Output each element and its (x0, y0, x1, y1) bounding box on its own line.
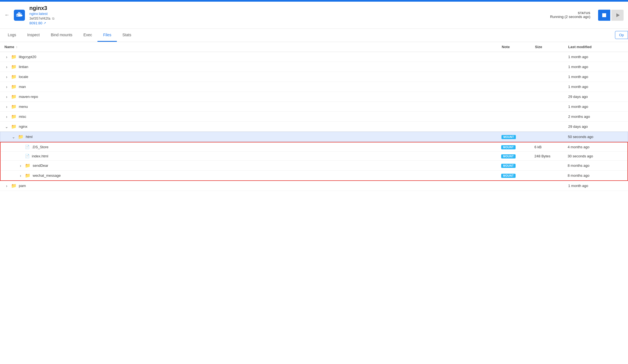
folder-icon: 📁 (11, 64, 17, 69)
table-row[interactable]: 📄 index.html MOUNT 248 Bytes 30 seconds … (1, 152, 627, 161)
mount-badge: MOUNT (501, 174, 516, 178)
note-cell: MOUNT (501, 163, 534, 168)
file-name: libgcrypt20 (19, 55, 36, 59)
app-icon (14, 10, 25, 21)
folder-icon: 📁 (11, 54, 17, 59)
note-cell: MOUNT (501, 173, 534, 178)
last-modified-cell: 29 days ago (568, 124, 624, 129)
file-name-cell: › 📁 pam (4, 183, 502, 188)
last-modified-cell: 1 month ago (568, 85, 624, 89)
expand-icon[interactable]: › (4, 184, 9, 188)
expand-icon[interactable]: › (4, 85, 9, 89)
expand-icon[interactable]: › (18, 173, 23, 178)
file-table: Name ↑ Note Size Last modified › 📁 libgc… (0, 42, 628, 191)
mount-group: 📄 .DS_Store MOUNT 6 kB 4 months ago 📄 in… (0, 142, 628, 181)
expand-icon[interactable]: ⌄ (11, 135, 16, 139)
status-label: STATUS (550, 11, 590, 15)
last-modified-cell: 1 month ago (568, 65, 624, 69)
stop-icon (602, 13, 606, 17)
container-port[interactable]: 8091:80 ↗ (29, 21, 546, 25)
last-modified-cell: 1 month ago (568, 55, 624, 59)
table-row[interactable]: › 📁 man 1 month ago (0, 82, 628, 92)
expand-icon[interactable]: › (4, 75, 9, 79)
tab-bind-mounts[interactable]: Bind mounts (45, 29, 78, 42)
svg-rect-3 (19, 15, 19, 15)
folder-icon: 📁 (11, 114, 17, 119)
file-name-cell: › 📁 maven-repo (4, 94, 502, 99)
tab-inspect[interactable]: Inspect (22, 29, 45, 42)
file-name: sendDear (33, 163, 48, 168)
folder-icon: 📁 (11, 74, 17, 79)
folder-icon: 📁 (11, 94, 17, 99)
table-row[interactable]: › 📁 misc 2 months ago (0, 112, 628, 122)
expand-icon[interactable]: › (4, 105, 9, 109)
table-row[interactable]: › 📁 sendDear MOUNT 8 months ago (1, 161, 627, 171)
tab-stats[interactable]: Stats (117, 29, 137, 42)
table-row[interactable]: ⌄ 📁 nginx 29 days ago (0, 122, 628, 132)
folder-icon: 📁 (18, 134, 24, 139)
folder-icon: 📁 (11, 104, 17, 109)
container-image-link[interactable]: nginx:latest (29, 12, 48, 16)
docker-icon (16, 12, 23, 19)
file-name-cell: › 📁 libgcrypt20 (4, 54, 502, 59)
table-row[interactable]: 📄 .DS_Store MOUNT 6 kB 4 months ago (1, 142, 627, 152)
size-cell: 6 kB (534, 145, 568, 149)
file-icon: 📄 (25, 145, 30, 149)
last-modified-cell: 29 days ago (568, 95, 624, 99)
expand-icon[interactable]: ⌄ (4, 124, 9, 129)
file-name: wechat_message (33, 173, 61, 178)
folder-icon: 📁 (25, 173, 30, 178)
expand-icon[interactable]: › (4, 65, 9, 69)
file-name-cell: › 📁 menu (4, 104, 502, 109)
file-name-cell: › 📁 lintian (4, 64, 502, 69)
table-header: Name ↑ Note Size Last modified (0, 42, 628, 52)
mount-badge: MOUNT (501, 164, 516, 168)
last-modified-cell: 1 month ago (568, 75, 624, 79)
note-cell: MOUNT (501, 154, 534, 158)
column-name[interactable]: Name ↑ (4, 45, 502, 49)
file-rows-container: › 📁 libgcrypt20 1 month ago › 📁 lintian … (0, 52, 628, 191)
last-modified-cell: 1 month ago (568, 184, 624, 188)
header: ← nginx3 nginx:latest 3ef357ef42fa ⧉ 809… (0, 2, 628, 29)
status-value: Running (2 seconds ago) (550, 15, 590, 19)
table-row[interactable]: › 📁 locale 1 month ago (0, 72, 628, 82)
tab-logs[interactable]: Logs (2, 29, 22, 42)
table-row[interactable]: › 📁 pam 1 month ago (0, 181, 628, 191)
container-id: 3ef357ef42fa (29, 16, 50, 20)
external-link-icon: ↗ (43, 21, 46, 25)
last-modified-cell: 50 seconds ago (568, 135, 623, 139)
file-name: pam (19, 184, 26, 188)
last-modified-cell: 4 months ago (568, 145, 623, 149)
file-name: .DS_Store (32, 145, 48, 149)
port-value: 8091:80 (29, 21, 42, 25)
folder-icon: 📁 (11, 124, 17, 129)
svg-rect-1 (17, 15, 17, 15)
expand-icon[interactable]: › (4, 55, 9, 59)
last-modified-cell: 1 month ago (568, 105, 624, 109)
stop-button[interactable] (598, 10, 610, 21)
open-button[interactable]: Op (615, 31, 628, 39)
file-name-cell: 📄 index.html (18, 154, 501, 158)
table-row[interactable]: ⌄ 📁 html MOUNT 50 seconds ago (0, 132, 628, 142)
table-row[interactable]: › 📁 lintian 1 month ago (0, 62, 628, 72)
copy-id-icon[interactable]: ⧉ (52, 17, 55, 20)
tab-exec[interactable]: Exec (78, 29, 97, 42)
table-row[interactable]: › 📁 maven-repo 29 days ago (0, 92, 628, 102)
file-name: maven-repo (19, 95, 38, 99)
play-button[interactable] (611, 10, 624, 21)
table-row[interactable]: › 📁 libgcrypt20 1 month ago (0, 52, 628, 62)
mount-badge: MOUNT (501, 145, 516, 149)
back-button[interactable]: ← (4, 12, 9, 18)
svg-rect-2 (18, 15, 19, 15)
expand-icon[interactable]: › (4, 95, 9, 99)
expand-icon[interactable]: › (4, 115, 9, 119)
file-name-cell: › 📁 misc (4, 114, 502, 119)
tab-files[interactable]: Files (97, 29, 117, 42)
container-id-row: 3ef357ef42fa ⧉ (29, 16, 546, 20)
expand-icon[interactable]: › (18, 163, 23, 168)
folder-icon: 📁 (11, 84, 17, 89)
table-row[interactable]: › 📁 wechat_message MOUNT 8 months ago (1, 171, 627, 180)
mount-badge: MOUNT (501, 135, 516, 139)
table-row[interactable]: › 📁 menu 1 month ago (0, 102, 628, 112)
file-name-cell: 📄 .DS_Store (18, 145, 501, 149)
